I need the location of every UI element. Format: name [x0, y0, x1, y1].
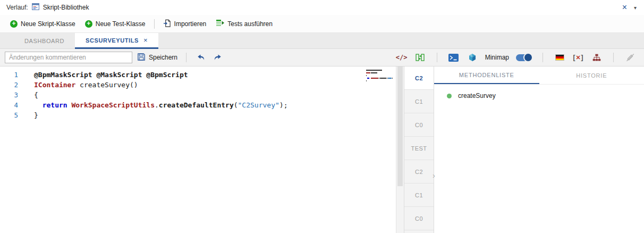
code-editor[interactable]: 12345 @BpmMaskScript @MaskScript @BpmScr…	[0, 66, 404, 233]
script-library-icon	[32, 3, 39, 12]
strip-tab-test-3[interactable]: TEST	[404, 137, 434, 160]
method-name: createSurvey	[458, 92, 496, 99]
new-test-class-button[interactable]: + Neue Test-Klasse	[80, 18, 150, 30]
main-area: 12345 @BpmMaskScript @MaskScript @BpmScr…	[0, 66, 644, 233]
disabled-action-button[interactable]	[624, 52, 636, 63]
window-header: Verlauf: Skript-Bibliothek × ▾	[0, 0, 644, 15]
close-icon[interactable]: ×	[620, 3, 629, 12]
toolbar-separator	[154, 19, 155, 29]
undo-icon	[197, 54, 206, 62]
code-icon: </>	[396, 54, 408, 61]
tab-close-icon[interactable]: ×	[143, 36, 148, 44]
disabled-edit-icon	[626, 53, 634, 62]
right-panel-tabs: METHODENLISTE HISTORIE	[434, 66, 644, 85]
collapse-chevron-icon[interactable]: ›	[433, 171, 435, 180]
code-line: IContainer createSurvey()	[34, 80, 396, 90]
console-button[interactable]	[448, 52, 460, 63]
run-tests-label: Tests ausführen	[227, 20, 273, 28]
save-icon	[137, 53, 146, 63]
tab-historie[interactable]: HISTORIE	[539, 66, 644, 84]
editorbar-separator	[437, 53, 437, 62]
line-numbers: 12345	[0, 66, 24, 233]
history-label: Verlauf:	[6, 4, 28, 11]
code-lines[interactable]: @BpmMaskScript @MaskScript @BpmScriptICo…	[24, 66, 396, 233]
code-line: @BpmMaskScript @MaskScript @BpmScript	[34, 70, 396, 80]
import-icon	[163, 19, 171, 29]
import-label: Importieren	[174, 20, 207, 28]
redo-icon	[213, 54, 222, 62]
save-button[interactable]: Speichern	[137, 53, 177, 63]
editorbar-separator	[613, 53, 614, 62]
minimap-toggle[interactable]	[516, 54, 532, 61]
strip-tab-c2-4[interactable]: C2	[404, 160, 434, 184]
right-panel: › METHODENLISTE HISTORIE createSurvey	[434, 66, 644, 233]
redo-button[interactable]	[211, 52, 223, 63]
tab-dashboard-label: DASHBOARD	[24, 38, 64, 44]
breadcrumb: Skript-Bibliothek	[43, 4, 89, 11]
line-number: 1	[0, 70, 18, 80]
strip-tab-c1-5[interactable]: C1	[404, 184, 434, 207]
undo-button[interactable]	[195, 52, 207, 63]
new-script-class-label: Neue Skript-Klasse	[21, 20, 75, 28]
strip-filler	[404, 230, 434, 233]
line-number: 3	[0, 90, 18, 100]
tab-scsurveyutils-label: SCSURVEYUTILS	[86, 37, 139, 44]
editorbar-separator	[543, 53, 543, 62]
compare-icon	[416, 54, 425, 61]
scrollbar-thumb[interactable]	[397, 66, 403, 186]
new-script-class-button[interactable]: + Neue Skript-Klasse	[5, 18, 80, 30]
code-line: {	[34, 90, 396, 100]
code-line: }	[34, 110, 396, 120]
package-cube-icon	[468, 53, 477, 62]
method-list: createSurvey	[434, 85, 644, 103]
run-tests-icon	[216, 19, 224, 28]
console-icon	[448, 54, 459, 62]
editor-scrollbar[interactable]	[396, 66, 404, 233]
minimap[interactable]	[365, 68, 394, 85]
strip-tab-c1-1[interactable]: C1	[404, 90, 434, 113]
editorbar-separator	[186, 53, 187, 62]
run-tests-button[interactable]: Tests ausführen	[211, 17, 277, 30]
strip-tab-c2-0[interactable]: C2	[404, 66, 434, 90]
tab-bar: DASHBOARD SCSURVEYUTILS ×	[0, 33, 644, 49]
bracket-x-button[interactable]: [✕]	[572, 52, 584, 63]
compare-button[interactable]	[414, 52, 426, 63]
import-button[interactable]: Importieren	[158, 17, 211, 31]
plus-icon: +	[10, 20, 18, 28]
method-status-dot	[447, 94, 452, 98]
line-number: 2	[0, 80, 18, 90]
new-test-class-label: Neue Test-Klasse	[96, 20, 146, 28]
code-format-button[interactable]: </>	[396, 52, 408, 63]
tab-dashboard[interactable]: DASHBOARD	[14, 33, 75, 48]
editorbar-right-group: </> Minimap [✕]	[396, 52, 639, 63]
minimap-label: Minimap	[485, 54, 509, 61]
hierarchy-button[interactable]	[591, 52, 603, 63]
strip-tab-c0-6[interactable]: C0	[404, 207, 434, 230]
editor-toolbar: Speichern </> Minimap [✕]	[0, 49, 644, 66]
strip-tab-c0-2[interactable]: C0	[404, 113, 434, 137]
tab-methodenliste[interactable]: METHODENLISTE	[434, 66, 539, 84]
comment-input[interactable]	[5, 52, 132, 63]
line-number: 4	[0, 100, 18, 110]
method-item[interactable]: createSurvey	[434, 89, 644, 103]
german-flag-icon	[555, 54, 564, 61]
hierarchy-icon	[592, 54, 601, 62]
class-version-strip: C2C1C0TESTC2C1C0	[404, 66, 434, 233]
save-label: Speichern	[149, 54, 177, 61]
plus-icon: +	[85, 20, 92, 28]
language-german-button[interactable]	[554, 52, 565, 63]
code-line: return WorkSpaceScriptUtils.createDefaul…	[34, 100, 396, 110]
bracket-x-icon: [✕]	[573, 54, 583, 61]
main-toolbar: + Neue Skript-Klasse + Neue Test-Klasse …	[0, 15, 644, 33]
package-button[interactable]	[467, 52, 478, 63]
toggle-knob	[523, 53, 533, 62]
tab-scsurveyutils[interactable]: SCSURVEYUTILS ×	[75, 33, 158, 49]
caret-down-icon[interactable]: ▾	[633, 5, 638, 11]
line-number: 5	[0, 110, 18, 120]
